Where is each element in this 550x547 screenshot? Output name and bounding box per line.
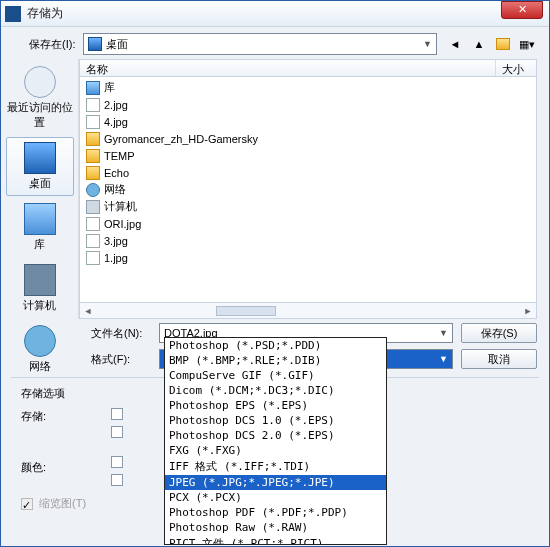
store-checkbox-2[interactable] [111, 426, 123, 438]
folder-icon [86, 149, 100, 163]
pc-icon [86, 200, 100, 214]
net-icon [24, 325, 56, 357]
dropdown-item[interactable]: Photoshop DCS 1.0 (*.EPS) [165, 413, 386, 428]
dropdown-item[interactable]: IFF 格式 (*.IFF;*.TDI) [165, 458, 386, 475]
lookin-label: 保存在(I): [29, 37, 75, 52]
filename-label: 文件名(N): [91, 326, 151, 341]
places-label: 最近访问的位置 [7, 100, 73, 130]
folder-icon [496, 38, 510, 50]
scroll-left-icon[interactable]: ◄ [80, 306, 96, 316]
net-icon [86, 183, 100, 197]
save-as-dialog: 存储为 ✕ 保存在(I): 桌面 ▼ ◄ ▲ ▦▾ 最近访问的位置桌面库计算机网… [0, 0, 550, 547]
list-item-label: 1.jpg [104, 252, 128, 264]
new-folder-button[interactable] [493, 34, 513, 54]
window-title: 存储为 [27, 5, 545, 22]
dropdown-item[interactable]: PICT 文件 (*.PCT;*.PICT) [165, 535, 386, 545]
places-bar: 最近访问的位置桌面库计算机网络 [1, 59, 79, 319]
places-item[interactable]: 最近访问的位置 [6, 61, 74, 135]
color-checkbox-1[interactable] [111, 456, 123, 468]
back-button[interactable]: ◄ [445, 34, 465, 54]
close-button[interactable]: ✕ [501, 1, 543, 19]
list-item[interactable]: 4.jpg [80, 113, 536, 130]
cancel-button[interactable]: 取消 [461, 349, 537, 369]
color-checkbox-2[interactable] [111, 474, 123, 486]
folder-icon [86, 132, 100, 146]
titlebar[interactable]: 存储为 ✕ [1, 1, 549, 27]
horizontal-scrollbar[interactable]: ◄ ► [79, 303, 537, 319]
list-item[interactable]: 2.jpg [80, 96, 536, 113]
folder-icon [86, 166, 100, 180]
thumbnail-label: 缩览图(T) [39, 496, 86, 511]
list-item[interactable]: 1.jpg [80, 249, 536, 266]
dropdown-item[interactable]: Photoshop EPS (*.EPS) [165, 398, 386, 413]
list-item-label: 2.jpg [104, 99, 128, 111]
dropdown-item[interactable]: PCX (*.PCX) [165, 490, 386, 505]
places-label: 桌面 [7, 176, 73, 191]
file-icon [86, 98, 100, 112]
list-item[interactable]: ORI.jpg [80, 215, 536, 232]
view-menu-button[interactable]: ▦▾ [517, 34, 537, 54]
scroll-thumb[interactable] [216, 306, 276, 316]
dropdown-item[interactable]: Photoshop PDF (*.PDF;*.PDP) [165, 505, 386, 520]
options-heading: 存储选项 [21, 386, 101, 401]
format-label: 格式(F): [91, 352, 151, 367]
desktop-icon [88, 37, 102, 51]
list-item[interactable]: 库 [80, 79, 536, 96]
dropdown-item[interactable]: Dicom (*.DCM;*.DC3;*.DIC) [165, 383, 386, 398]
list-item[interactable]: 3.jpg [80, 232, 536, 249]
list-item-label: ORI.jpg [104, 218, 141, 230]
places-item[interactable]: 桌面 [6, 137, 74, 196]
thumbnail-checkbox: ✓ [21, 498, 33, 510]
store-checkbox-1[interactable] [111, 408, 123, 420]
list-item[interactable]: 网络 [80, 181, 536, 198]
dropdown-item[interactable]: JPEG (*.JPG;*.JPEG;*.JPE) [165, 475, 386, 490]
list-item-label: Echo [104, 167, 129, 179]
app-icon [5, 6, 21, 22]
list-header[interactable]: 名称 大小 [79, 59, 537, 77]
list-item[interactable]: Gyromancer_zh_HD-Gamersky [80, 130, 536, 147]
file-list[interactable]: 库2.jpg4.jpgGyromancer_zh_HD-GamerskyTEMP… [79, 77, 537, 303]
up-button[interactable]: ▲ [469, 34, 489, 54]
column-name[interactable]: 名称 [80, 60, 496, 76]
lookin-value: 桌面 [106, 37, 128, 52]
places-item[interactable]: 库 [6, 198, 74, 257]
dropdown-item[interactable]: Photoshop DCS 2.0 (*.EPS) [165, 428, 386, 443]
format-dropdown-list[interactable]: Photoshop (*.PSD;*.PDD)BMP (*.BMP;*.RLE;… [164, 337, 387, 545]
clock-icon [24, 66, 56, 98]
list-item-label: 计算机 [104, 199, 137, 214]
chevron-down-icon[interactable]: ▼ [439, 354, 448, 364]
lib-icon [24, 203, 56, 235]
dropdown-item[interactable]: Photoshop (*.PSD;*.PDD) [165, 338, 386, 353]
file-icon [86, 234, 100, 248]
list-item[interactable]: Echo [80, 164, 536, 181]
toolbar: ◄ ▲ ▦▾ [445, 34, 537, 54]
store-label: 存储: [21, 409, 101, 424]
color-label: 颜色: [21, 460, 101, 475]
list-item-label: Gyromancer_zh_HD-Gamersky [104, 133, 258, 145]
list-item[interactable]: 计算机 [80, 198, 536, 215]
column-size[interactable]: 大小 [496, 60, 536, 76]
dropdown-item[interactable]: CompuServe GIF (*.GIF) [165, 368, 386, 383]
scroll-right-icon[interactable]: ► [520, 306, 536, 316]
file-icon [86, 217, 100, 231]
dropdown-item[interactable]: BMP (*.BMP;*.RLE;*.DIB) [165, 353, 386, 368]
places-item[interactable]: 网络 [6, 320, 74, 379]
places-item[interactable]: 计算机 [6, 259, 74, 318]
list-item-label: TEMP [104, 150, 135, 162]
file-icon [86, 115, 100, 129]
chevron-down-icon[interactable]: ▼ [439, 328, 448, 338]
chevron-down-icon[interactable]: ▼ [423, 39, 432, 49]
dropdown-item[interactable]: Photoshop Raw (*.RAW) [165, 520, 386, 535]
pc-icon [24, 264, 56, 296]
file-icon [86, 251, 100, 265]
list-item-label: 库 [104, 80, 115, 95]
monitor-icon [24, 142, 56, 174]
lib-icon [86, 81, 100, 95]
dropdown-item[interactable]: FXG (*.FXG) [165, 443, 386, 458]
list-item-label: 3.jpg [104, 235, 128, 247]
places-label: 库 [7, 237, 73, 252]
list-item-label: 网络 [104, 182, 126, 197]
list-item[interactable]: TEMP [80, 147, 536, 164]
save-button[interactable]: 保存(S) [461, 323, 537, 343]
lookin-combo[interactable]: 桌面 ▼ [83, 33, 437, 55]
